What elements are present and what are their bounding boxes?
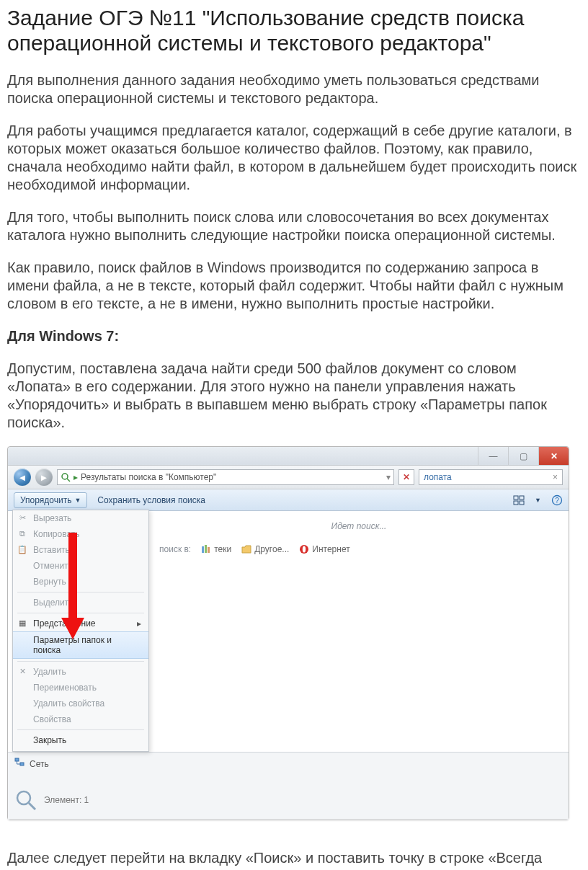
svg-rect-5	[520, 501, 524, 505]
breadcrumb: Результаты поиска в "Компьютер"	[81, 472, 216, 482]
menu-cut[interactable]: ✂ Вырезать	[13, 510, 148, 526]
menu-properties[interactable]: Свойства	[13, 711, 148, 727]
also-libraries[interactable]: теки	[201, 544, 231, 554]
menu-paste[interactable]: 📋 Вставить	[13, 542, 148, 558]
footer-network-label: Сеть	[30, 759, 49, 769]
breadcrumb-sep-icon: ▸	[74, 472, 78, 482]
magnifier-icon	[14, 788, 38, 812]
menu-remove-props[interactable]: Удалить свойства	[13, 696, 148, 711]
paragraph-5: Допустим, поставлена задача найти среди …	[7, 360, 581, 432]
menu-delete-label: Удалить	[33, 667, 66, 677]
minimize-button[interactable]: —	[478, 447, 508, 465]
view-icon[interactable]	[513, 494, 525, 506]
menu-separator	[17, 592, 144, 592]
svg-rect-3	[520, 496, 524, 500]
view-chevron-icon[interactable]: ▼	[535, 497, 541, 504]
maximize-button[interactable]: ▢	[508, 447, 538, 465]
cut-icon: ✂	[17, 512, 27, 523]
search-value: лопата	[424, 472, 452, 482]
libraries-icon	[201, 544, 211, 554]
menu-folder-options[interactable]: Параметры папок и поиска	[13, 631, 148, 659]
menu-rename[interactable]: Переименовать	[13, 680, 148, 696]
menu-copy[interactable]: ⧉ Копировать	[13, 526, 148, 542]
clear-icon[interactable]: ×	[553, 472, 558, 482]
footer-network[interactable]: Сеть	[14, 757, 89, 771]
svg-point-17	[17, 791, 30, 804]
searching-status: Идет поиск...	[159, 521, 558, 531]
paste-icon: 📋	[17, 544, 27, 554]
menu-delete[interactable]: ✕ Удалить	[13, 664, 148, 680]
svg-text:?: ?	[555, 497, 559, 505]
heading-win7: Для Windows 7:	[7, 327, 581, 345]
delete-icon: ✕	[17, 666, 27, 676]
paragraph-2: Для работы учащимся предлагается каталог…	[7, 122, 581, 194]
back-button[interactable]: ◄	[14, 469, 31, 486]
menu-undo-label: Отменить	[33, 561, 73, 571]
menu-undo[interactable]: Отменить	[13, 558, 148, 574]
also-internet[interactable]: Интернет	[299, 544, 349, 554]
menu-folder-options-label: Параметры папок и поиска	[33, 635, 112, 655]
organize-button[interactable]: Упорядочить ▼	[14, 492, 87, 508]
menu-layout[interactable]: ▦ Представление ▸	[13, 616, 148, 631]
paragraph-1: Для выполнения данного задания необходим…	[7, 71, 581, 107]
also-label: поиск в:	[159, 544, 191, 554]
svg-rect-11	[205, 545, 207, 553]
footer-element-row: Элемент: 1	[14, 788, 89, 812]
clear-search-button[interactable]: ✕	[398, 469, 414, 485]
paragraph-3: Для того, чтобы выполнить поиск слова ил…	[7, 208, 581, 244]
menu-remove-props-label: Удалить свойства	[33, 698, 104, 709]
explorer-window: — ▢ ✕ ◄ ► ▸ Результаты поиска в "Компьют…	[7, 446, 569, 820]
chevron-right-icon: ▸	[137, 618, 141, 629]
content-area: ✂ Вырезать ⧉ Копировать 📋 Вставить Отмен…	[8, 511, 569, 752]
menu-separator	[17, 613, 144, 613]
results-pane: Идет поиск... поиск в: теки Другое...	[149, 511, 569, 752]
svg-rect-2	[514, 496, 518, 500]
copy-icon: ⧉	[17, 528, 27, 538]
svg-line-18	[29, 803, 35, 809]
also-libraries-label: теки	[214, 544, 231, 554]
menu-properties-label: Свойства	[33, 714, 71, 724]
organize-menu: ✂ Вырезать ⧉ Копировать 📋 Вставить Отмен…	[12, 510, 149, 752]
svg-rect-10	[202, 546, 204, 553]
page-title: Задание ОГЭ №11 "Использование средств п…	[7, 6, 581, 56]
help-icon[interactable]: ?	[551, 494, 563, 506]
address-bar[interactable]: ▸ Результаты поиска в "Компьютер" ▾	[57, 469, 394, 485]
arrow-left-icon: ◄	[18, 472, 27, 483]
organize-label: Упорядочить	[20, 495, 71, 505]
menu-close[interactable]: Закрыть	[13, 732, 148, 748]
save-search-button[interactable]: Сохранить условия поиска	[97, 495, 205, 505]
close-icon: ✕	[403, 472, 410, 482]
menu-cut-label: Вырезать	[33, 513, 71, 523]
paragraph-4: Как правило, поиск файлов в Windows прои…	[7, 259, 581, 313]
chevron-down-icon[interactable]: ▾	[386, 472, 391, 482]
svg-point-14	[303, 546, 306, 553]
arrow-right-icon: ►	[40, 472, 49, 483]
menu-close-label: Закрыть	[33, 735, 66, 745]
paragraph-6: Далее следует перейти на вкладку «Поиск»…	[7, 849, 581, 870]
svg-rect-16	[20, 763, 24, 765]
menu-rename-label: Переименовать	[33, 683, 97, 693]
menu-paste-label: Вставить	[33, 545, 70, 555]
also-other[interactable]: Другое...	[241, 544, 289, 554]
window-titlebar: — ▢ ✕	[8, 447, 569, 466]
menu-selectall[interactable]: Выделить	[13, 595, 148, 611]
opera-icon	[299, 544, 309, 554]
forward-button[interactable]: ►	[35, 469, 53, 486]
folder-icon	[241, 544, 251, 554]
menu-layout-label: Представление	[33, 618, 96, 629]
command-bar: Упорядочить ▼ Сохранить условия поиска ▼…	[8, 489, 569, 511]
menu-redo[interactable]: Вернуть	[13, 574, 148, 590]
search-input[interactable]: лопата ×	[419, 469, 563, 485]
nav-row: ◄ ► ▸ Результаты поиска в "Компьютер" ▾ …	[8, 466, 569, 489]
close-button[interactable]: ✕	[538, 447, 569, 465]
menu-separator	[17, 661, 144, 662]
svg-rect-4	[514, 501, 518, 505]
svg-rect-15	[15, 758, 19, 761]
footer-element-count: Элемент: 1	[44, 795, 89, 805]
also-search-row: поиск в: теки Другое...	[159, 544, 558, 554]
svg-point-0	[62, 474, 68, 479]
explorer-footer: Сеть Элемент: 1	[8, 752, 569, 820]
also-internet-label: Интернет	[312, 544, 349, 554]
network-icon	[14, 757, 25, 771]
menu-selectall-label: Выделить	[33, 598, 73, 608]
